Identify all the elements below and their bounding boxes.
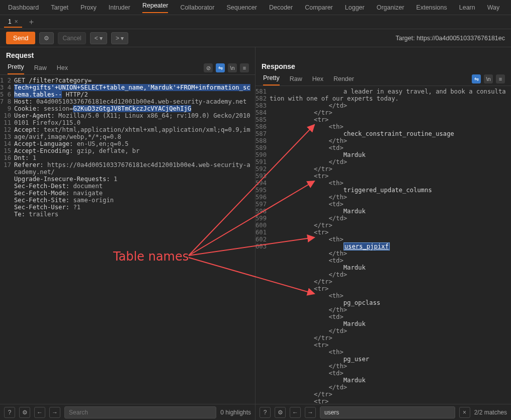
request-footer: ? ⚙ ← → 0 highlights — [0, 404, 255, 420]
repeater-subtabs: 1 × + — [0, 15, 511, 29]
tab-decoder[interactable]: Decoder — [269, 4, 293, 11]
wrap-icon[interactable]: ≡ — [496, 74, 505, 83]
response-tab-raw[interactable]: Raw — [290, 75, 302, 86]
toolbar: Send ⚙ Cancel < ▾ > ▾ Target: https://0a… — [0, 29, 511, 47]
matches-count: 2/2 matches — [474, 409, 507, 416]
newline-icon[interactable]: \n — [228, 63, 237, 72]
table-name-1: check_constraint_routine_usage — [344, 130, 454, 137]
response-tab-hex[interactable]: Hex — [312, 75, 323, 86]
tab-repeater[interactable]: Repeater — [142, 2, 168, 13]
gear-icon[interactable]: ⚙ — [275, 407, 286, 418]
response-pane: Response Pretty Raw Hex Render ⇋ \n ≡ 58… — [256, 47, 511, 420]
table-name-4: pg_opclass — [344, 299, 380, 306]
gear-icon[interactable]: ⚙ — [19, 407, 30, 418]
tab-logger[interactable]: Logger — [345, 4, 365, 11]
response-search-input[interactable] — [320, 406, 455, 418]
wrap-icon[interactable]: ≡ — [240, 63, 249, 72]
request-title: Request — [6, 51, 34, 59]
response-body[interactable]: a leader in easy travel, and book a cons… — [270, 88, 511, 404]
request-gutter: 1 2 3 4 5 6 7 8 9 10 11 12 13 14 15 16 1… — [0, 77, 14, 404]
history-forward-button[interactable]: > ▾ — [111, 32, 128, 44]
http-method: GET — [14, 77, 25, 84]
tab-proxy[interactable]: Proxy — [80, 4, 97, 11]
tab-learn[interactable]: Learn — [459, 4, 475, 11]
newline-icon[interactable]: \n — [484, 74, 493, 83]
request-editor[interactable]: 1 2 3 4 5 6 7 8 9 10 11 12 13 14 15 16 1… — [0, 75, 255, 404]
back-icon[interactable]: ← — [34, 407, 45, 418]
tab-target[interactable]: Target — [51, 4, 68, 11]
close-icon[interactable]: × — [15, 18, 18, 25]
back-icon[interactable]: ← — [290, 407, 301, 418]
table-name-highlighted: users_pjpixf — [344, 242, 390, 250]
http-path: /filter?category= — [25, 77, 92, 84]
request-tab-hex[interactable]: Hex — [57, 64, 68, 74]
tab-extensions[interactable]: Extensions — [416, 4, 447, 11]
response-gutter: 581 582 583 584 585 586 587 588 589 590 … — [256, 88, 270, 404]
tab-comparer[interactable]: Comparer — [305, 4, 333, 11]
tab-way[interactable]: Way — [487, 4, 500, 11]
top-nav: Dashboard Target Proxy Intruder Repeater… — [0, 0, 511, 15]
table-name-2: triggered_update_columns — [344, 187, 432, 194]
table-name-5: pg_user — [344, 356, 369, 363]
repeater-tab-label: 1 — [8, 18, 12, 25]
gear-icon: ⚙ — [44, 35, 49, 42]
send-button[interactable]: Send — [6, 32, 35, 44]
settings-button[interactable]: ⚙ — [39, 32, 54, 44]
highlights-count: 0 highlights — [220, 409, 251, 416]
response-footer: ? ⚙ ← → × 2/2 matches — [256, 404, 511, 420]
pretty-icon[interactable]: ⇋ — [216, 63, 225, 72]
query-highlight: Tech+gifts'+UNION+SELECT+table_name,'Mar… — [14, 84, 250, 98]
help-icon[interactable]: ? — [4, 407, 15, 418]
hide-icon[interactable]: ⊘ — [204, 63, 213, 72]
response-title: Response — [262, 62, 295, 70]
tab-collaborator[interactable]: Collaborator — [180, 4, 214, 11]
http-version: HTTP/2 — [62, 91, 88, 98]
cancel-button[interactable]: Cancel — [58, 32, 86, 44]
request-tab-raw[interactable]: Raw — [34, 64, 47, 74]
pretty-icon[interactable]: ⇋ — [472, 74, 481, 83]
request-body[interactable]: GET /filter?category= Tech+gifts'+UNION+… — [14, 77, 255, 404]
help-icon[interactable]: ? — [260, 407, 271, 418]
target-label: Target: https://0a4d00510337676181ec — [395, 35, 505, 42]
tab-intruder[interactable]: Intruder — [109, 4, 130, 11]
response-tab-render[interactable]: Render — [333, 75, 354, 86]
request-pane: Request Pretty Raw Hex ⊘ ⇋ \n ≡ 1 2 3 4 … — [0, 47, 256, 420]
forward-icon[interactable]: → — [305, 407, 316, 418]
add-tab-button[interactable]: + — [25, 18, 38, 27]
tab-sequencer[interactable]: Sequencer — [226, 4, 257, 11]
request-search-input[interactable] — [64, 406, 216, 418]
response-tab-pretty[interactable]: Pretty — [263, 74, 280, 86]
response-editor[interactable]: 581 582 583 584 585 586 587 588 589 590 … — [256, 86, 511, 404]
annotation-label: Table names — [113, 249, 189, 264]
repeater-tab-1[interactable]: 1 × — [4, 17, 22, 28]
tab-dashboard[interactable]: Dashboard — [8, 4, 39, 11]
clear-search-icon[interactable]: × — [459, 407, 470, 418]
request-tab-pretty[interactable]: Pretty — [8, 63, 24, 74]
forward-icon[interactable]: → — [49, 407, 60, 418]
main-split: Request Pretty Raw Hex ⊘ ⇋ \n ≡ 1 2 3 4 … — [0, 47, 511, 420]
history-back-button[interactable]: < ▾ — [90, 32, 107, 44]
tab-organizer[interactable]: Organizer — [377, 4, 404, 11]
